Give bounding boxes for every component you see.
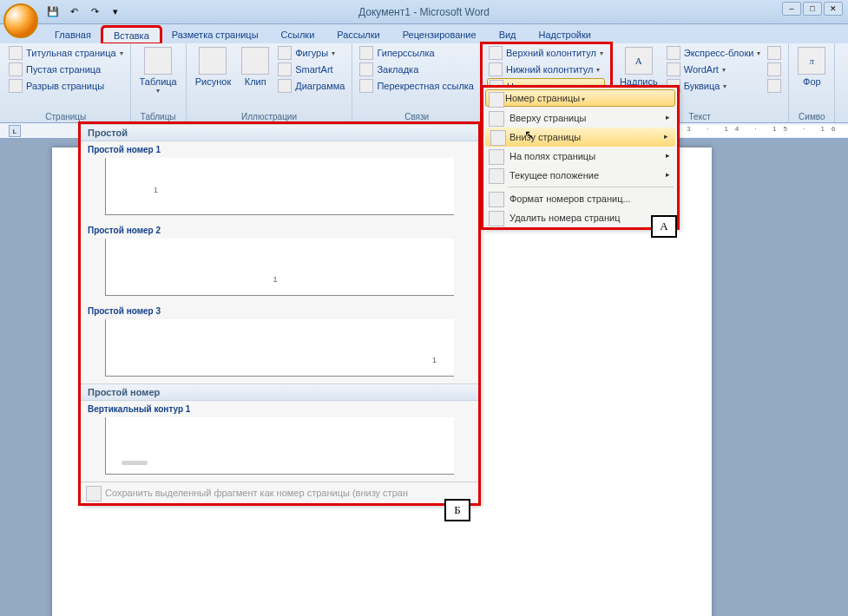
group-tables: Таблица Таблицы — [131, 43, 187, 122]
footer-icon — [489, 62, 503, 76]
page-break-icon — [9, 79, 23, 93]
gallery-preview-vertical[interactable] — [105, 417, 454, 475]
gallery-item-label: Простой номер 3 — [81, 303, 478, 318]
window-title: Документ1 - Microsoft Word — [358, 6, 490, 18]
group-illustrations: Рисунок Клип Фигуры SmartArt Диаграмма И… — [187, 43, 353, 122]
dropcap-button[interactable]: Буквица — [665, 78, 763, 94]
menu-header[interactable]: Номер страницы — [485, 89, 675, 107]
group-symbols: πФор Симво — [789, 43, 835, 122]
page-break-button[interactable]: Разрыв страницы — [7, 78, 125, 94]
shapes-button[interactable]: Фигуры — [276, 45, 346, 61]
gallery-preview[interactable]: 1 — [105, 319, 454, 377]
menu-item[interactable]: На полях страницы — [483, 147, 677, 166]
datetime-icon — [767, 62, 781, 76]
ribbon: Титульная страница Пустая страница Разры… — [0, 43, 848, 123]
hyperlink-button[interactable]: Гиперссылка — [358, 45, 476, 61]
picture-icon — [199, 47, 227, 75]
tab-mailings[interactable]: Рассылки — [325, 26, 391, 43]
textbox-icon: A — [625, 47, 653, 75]
tab-references[interactable]: Ссылки — [270, 26, 326, 43]
shapes-icon — [278, 46, 292, 60]
quickparts-button[interactable]: Экспресс-блоки — [665, 45, 763, 61]
tab-home[interactable]: Главная — [43, 26, 102, 43]
gallery-section-simple2: Простой номер — [81, 383, 478, 401]
crossref-button[interactable]: Перекрестная ссылка — [358, 78, 476, 94]
smartart-icon — [278, 62, 292, 76]
signature-icon — [767, 46, 781, 60]
close-button[interactable]: ✕ — [824, 2, 843, 16]
object-button[interactable] — [766, 78, 783, 94]
callout-a: А — [651, 215, 677, 238]
picture-button[interactable]: Рисунок — [192, 45, 235, 111]
undo-icon[interactable]: ↶ — [64, 3, 83, 21]
qat-dropdown-icon[interactable]: ▾ — [106, 3, 125, 21]
gallery-item-label: Простой номер 1 — [81, 141, 478, 156]
gallery-section-simple: Простой — [81, 124, 478, 141]
title-page-button[interactable]: Титульная страница — [7, 45, 125, 61]
minimize-button[interactable]: – — [782, 2, 801, 16]
formula-button[interactable]: πФор — [794, 45, 829, 111]
gallery-item-label: Простой номер 2 — [81, 222, 478, 237]
chart-button[interactable]: Диаграмма — [276, 78, 346, 94]
title-bar: 💾 ↶ ↷ ▾ Документ1 - Microsoft Word – □ ✕ — [0, 0, 848, 24]
clip-icon — [241, 47, 269, 75]
page-number-gallery: Простой Простой номер 11Простой номер 21… — [80, 123, 479, 504]
bookmark-icon — [359, 62, 373, 76]
tab-layout[interactable]: Разметка страницы — [161, 26, 270, 43]
menu-item[interactable]: Вверху страницы — [483, 108, 677, 128]
smartart-button[interactable]: SmartArt — [276, 62, 346, 77]
ribbon-tabs: Главная Вставка Разметка страницы Ссылки… — [0, 24, 848, 43]
blank-page-icon — [9, 62, 23, 76]
save-icon[interactable]: 💾 — [43, 3, 62, 21]
formula-icon: π — [798, 47, 825, 75]
clip-button[interactable]: Клип — [238, 45, 273, 111]
menu-item[interactable]: Удалить номера страниц — [483, 208, 677, 227]
gallery-preview[interactable]: 1 — [105, 158, 454, 215]
redo-icon[interactable]: ↷ — [85, 3, 104, 21]
office-button[interactable] — [3, 3, 38, 38]
wordart-button[interactable]: WordArt — [665, 62, 763, 77]
group-pages: Титульная страница Пустая страница Разры… — [2, 43, 131, 122]
tab-addins[interactable]: Надстройки — [528, 26, 602, 43]
footer-button[interactable]: Нижний колонтитул — [487, 62, 605, 77]
crossref-icon — [359, 79, 373, 93]
table-button[interactable]: Таблица — [136, 45, 181, 111]
tab-view[interactable]: Вид — [488, 26, 528, 43]
datetime-button[interactable] — [766, 62, 783, 77]
menu-item[interactable]: Внизу страницы — [485, 128, 675, 147]
hyperlink-icon — [359, 46, 373, 60]
tab-review[interactable]: Рецензирование — [391, 26, 488, 43]
menu-item[interactable]: Текущее положение — [483, 166, 677, 185]
chart-icon — [278, 79, 292, 93]
quickparts-icon — [667, 46, 680, 60]
object-icon — [767, 79, 781, 93]
header-icon — [489, 46, 503, 60]
tab-insert[interactable]: Вставка — [102, 27, 161, 43]
quick-access-toolbar: 💾 ↶ ↷ ▾ — [43, 3, 125, 21]
group-links: Гиперссылка Закладка Перекрестная ссылка… — [352, 43, 482, 122]
title-page-icon — [9, 46, 23, 60]
gallery-item-label: Вертикальный контур 1 — [81, 401, 478, 416]
maximize-button[interactable]: □ — [803, 2, 822, 16]
page-number-menu: Номер страницы Вверху страницыВнизу стра… — [483, 87, 678, 228]
callout-b: Б — [444, 499, 470, 521]
ruler-tab-selector[interactable]: L — [9, 125, 21, 137]
header-button[interactable]: Верхний колонтитул — [487, 45, 605, 61]
menu-item[interactable]: Формат номеров страниц... — [483, 189, 677, 208]
blank-page-button[interactable]: Пустая страница — [7, 62, 125, 77]
table-icon — [144, 47, 172, 75]
gallery-save-selection[interactable]: Сохранить выделенный фрагмент как номер … — [81, 482, 478, 503]
bookmark-button[interactable]: Закладка — [358, 62, 476, 77]
gallery-preview[interactable]: 1 — [105, 239, 454, 296]
signature-button[interactable] — [766, 45, 783, 61]
wordart-icon — [667, 62, 680, 76]
